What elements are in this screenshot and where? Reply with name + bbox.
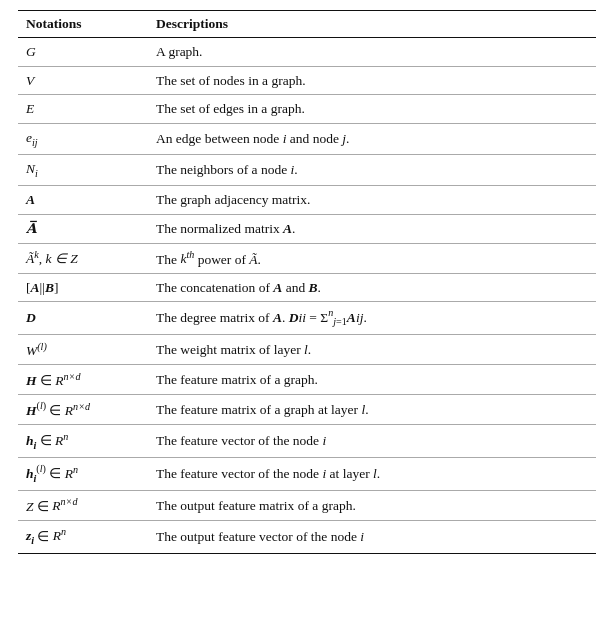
table-row: Ãk, k ∈ ZThe kth power of Ã. bbox=[18, 243, 596, 273]
description-cell: The set of nodes in a graph. bbox=[148, 66, 596, 95]
notation-cell: H ∈ Rn×d bbox=[18, 365, 148, 395]
table-row: GA graph. bbox=[18, 38, 596, 67]
table-row: zi ∈ RnThe output feature vector of the … bbox=[18, 520, 596, 553]
notation-cell: G bbox=[18, 38, 148, 67]
table-row: hi ∈ RnThe feature vector of the node i bbox=[18, 425, 596, 458]
table-row: W(l)The weight matrix of layer l. bbox=[18, 335, 596, 365]
description-cell: An edge between node i and node j. bbox=[148, 123, 596, 154]
description-cell: The kth power of Ã. bbox=[148, 243, 596, 273]
description-cell: The output feature vector of the node i bbox=[148, 520, 596, 553]
description-cell: The graph adjacency matrix. bbox=[148, 186, 596, 215]
table-row: DThe degree matrix of A. Dii = Σnj=1Aij. bbox=[18, 302, 596, 335]
notation-cell: hi ∈ Rn bbox=[18, 425, 148, 458]
notation-cell: [A||B] bbox=[18, 273, 148, 302]
notation-cell: W(l) bbox=[18, 335, 148, 365]
description-cell: The feature vector of the node i at laye… bbox=[148, 458, 596, 491]
table-row: H(l) ∈ Rn×dThe feature matrix of a graph… bbox=[18, 395, 596, 425]
table-row: VThe set of nodes in a graph. bbox=[18, 66, 596, 95]
notation-cell: A̅ bbox=[18, 214, 148, 243]
description-cell: The weight matrix of layer l. bbox=[148, 335, 596, 365]
table-row: NiThe neighbors of a node i. bbox=[18, 155, 596, 186]
description-cell: The concatenation of A and B. bbox=[148, 273, 596, 302]
description-cell: The set of edges in a graph. bbox=[148, 95, 596, 124]
notation-cell: D bbox=[18, 302, 148, 335]
notations-table: Notations Descriptions GA graph.VThe set… bbox=[18, 10, 596, 554]
description-cell: The degree matrix of A. Dii = Σnj=1Aij. bbox=[148, 302, 596, 335]
table-row: AThe graph adjacency matrix. bbox=[18, 186, 596, 215]
description-cell: The feature matrix of a graph. bbox=[148, 365, 596, 395]
notation-cell: H(l) ∈ Rn×d bbox=[18, 395, 148, 425]
notation-cell: eij bbox=[18, 123, 148, 154]
table-row: hi(l) ∈ RnThe feature vector of the node… bbox=[18, 458, 596, 491]
notation-cell: E bbox=[18, 95, 148, 124]
notation-cell: zi ∈ Rn bbox=[18, 520, 148, 553]
description-cell: The normalized matrix A. bbox=[148, 214, 596, 243]
col-header-notations: Notations bbox=[18, 11, 148, 38]
notation-cell: Z ∈ Rn×d bbox=[18, 490, 148, 520]
notation-cell: V bbox=[18, 66, 148, 95]
table-row: eijAn edge between node i and node j. bbox=[18, 123, 596, 154]
table-row: A̅The normalized matrix A. bbox=[18, 214, 596, 243]
col-header-descriptions: Descriptions bbox=[148, 11, 596, 38]
notation-cell: A bbox=[18, 186, 148, 215]
table-row: Z ∈ Rn×dThe output feature matrix of a g… bbox=[18, 490, 596, 520]
description-cell: The output feature matrix of a graph. bbox=[148, 490, 596, 520]
notation-cell: hi(l) ∈ Rn bbox=[18, 458, 148, 491]
table-row: EThe set of edges in a graph. bbox=[18, 95, 596, 124]
description-cell: The feature vector of the node i bbox=[148, 425, 596, 458]
notation-cell: Ãk, k ∈ Z bbox=[18, 243, 148, 273]
notation-cell: Ni bbox=[18, 155, 148, 186]
table-row: H ∈ Rn×dThe feature matrix of a graph. bbox=[18, 365, 596, 395]
description-cell: The neighbors of a node i. bbox=[148, 155, 596, 186]
description-cell: The feature matrix of a graph at layer l… bbox=[148, 395, 596, 425]
table-row: [A||B]The concatenation of A and B. bbox=[18, 273, 596, 302]
description-cell: A graph. bbox=[148, 38, 596, 67]
